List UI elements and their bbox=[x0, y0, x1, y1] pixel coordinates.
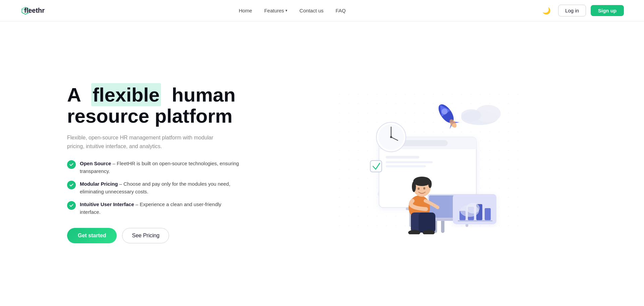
navbar: fleethr Home Features ▾ Contact us FAQ 🌙… bbox=[0, 0, 644, 21]
brand-logo[interactable]: fleethr bbox=[20, 5, 45, 16]
svg-point-49 bbox=[423, 187, 425, 189]
login-button[interactable]: Log in bbox=[558, 5, 586, 16]
feature-intuitive-ui: Intuitive User Interface – Experience a … bbox=[67, 201, 241, 216]
svg-rect-58 bbox=[485, 208, 491, 220]
svg-rect-60 bbox=[370, 161, 382, 172]
see-pricing-button[interactable]: See Pricing bbox=[122, 228, 169, 243]
hero-svg-illustration bbox=[339, 94, 527, 234]
nav-links: Home Features ▾ Contact us FAQ bbox=[239, 8, 346, 13]
hero-title: A flexible human resource platform bbox=[67, 84, 241, 127]
feature-list: Open Source – FleetHR is built on open-s… bbox=[67, 160, 241, 216]
brand-name: fleethr bbox=[24, 7, 45, 14]
svg-rect-21 bbox=[386, 161, 433, 163]
features-chevron-icon: ▾ bbox=[285, 8, 287, 13]
nav-features[interactable]: Features ▾ bbox=[264, 8, 287, 13]
nav-contact[interactable]: Contact us bbox=[300, 8, 324, 13]
svg-rect-39 bbox=[441, 220, 444, 233]
svg-rect-51 bbox=[419, 212, 435, 233]
svg-point-48 bbox=[418, 187, 420, 190]
hero-section: A flexible human resource platform Flexi… bbox=[0, 21, 644, 306]
svg-rect-20 bbox=[386, 156, 419, 159]
hero-content: A flexible human resource platform Flexi… bbox=[67, 84, 241, 244]
svg-rect-22 bbox=[386, 165, 426, 167]
svg-point-46 bbox=[412, 181, 416, 192]
nav-faq[interactable]: FAQ bbox=[336, 8, 346, 13]
check-icon-1 bbox=[67, 160, 76, 169]
svg-point-33 bbox=[390, 136, 392, 138]
signup-button[interactable]: Sign up bbox=[591, 5, 624, 16]
feature-modular-pricing: Modular Pricing – Choose and pay only fo… bbox=[67, 180, 241, 195]
get-started-button[interactable]: Get started bbox=[67, 228, 117, 243]
svg-point-62 bbox=[466, 203, 480, 213]
svg-point-47 bbox=[428, 180, 432, 188]
svg-point-11 bbox=[461, 109, 481, 121]
check-icon-2 bbox=[67, 181, 76, 189]
hero-actions: Get started See Pricing bbox=[67, 228, 241, 243]
feature-open-source: Open Source – FleetHR is built on open-s… bbox=[67, 160, 241, 175]
nav-actions: 🌙 Log in Sign up bbox=[540, 5, 624, 16]
hero-illustration bbox=[241, 94, 624, 234]
svg-point-45 bbox=[413, 177, 431, 186]
check-icon-3 bbox=[67, 201, 76, 210]
nav-home[interactable]: Home bbox=[239, 8, 252, 13]
hero-subtitle: Flexible, open-source HR management plat… bbox=[67, 133, 215, 150]
theme-toggle-button[interactable]: 🌙 bbox=[540, 5, 553, 16]
svg-rect-19 bbox=[401, 140, 448, 146]
